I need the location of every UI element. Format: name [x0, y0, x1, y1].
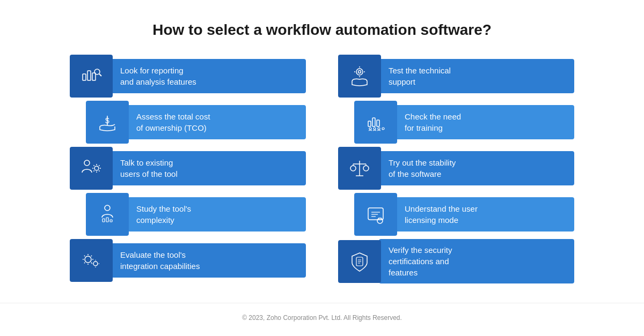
list-item: Check the needfor training	[354, 101, 574, 144]
footer: © 2023, Zoho Corporation Pvt. Ltd. All R…	[0, 303, 644, 330]
training-icon-box	[354, 101, 397, 144]
complexity-icon-box	[86, 193, 129, 236]
svg-line-27	[91, 263, 92, 263]
complexity-label: Study the tool'scomplexity	[136, 203, 191, 226]
users-label-box: Talk to existingusers of the tool	[111, 151, 306, 185]
list-item: Evaluate the tool'sintegration capabilit…	[70, 239, 306, 282]
stability-icon-box	[338, 147, 381, 190]
svg-line-13	[93, 165, 94, 166]
reporting-label: Look for reportingand analysis features	[120, 65, 196, 87]
svg-rect-41	[368, 121, 371, 126]
list-item: Study the tool'scomplexity	[86, 193, 306, 236]
support-label-box: Test the technicalsupport	[379, 59, 574, 93]
page-title: How to select a workflow automation soft…	[152, 21, 492, 39]
security-label-box: Verify the securitycertifications andfea…	[379, 239, 574, 283]
left-column: Look for reportingand analysis features …	[70, 55, 306, 285]
svg-point-35	[356, 69, 363, 75]
cost-icon-box: $	[86, 101, 129, 144]
integration-icon-box	[70, 239, 113, 282]
integration-label-box: Evaluate the tool'sintegration capabilit…	[111, 243, 306, 278]
certificate-icon	[364, 203, 387, 226]
svg-point-3	[94, 69, 100, 74]
training-label-box: Check the needfor training	[395, 105, 574, 139]
svg-line-28	[91, 256, 92, 256]
svg-point-44	[369, 128, 371, 130]
svg-line-16	[93, 170, 94, 171]
security-label: Verify the securitycertifications andfea…	[389, 244, 452, 278]
svg-point-59	[377, 218, 383, 223]
training-icon	[364, 110, 387, 134]
complexity-label-box: Study the tool'scomplexity	[127, 197, 306, 232]
svg-rect-43	[377, 120, 379, 126]
list-item: Verify the securitycertifications andfea…	[338, 239, 574, 283]
svg-line-26	[84, 256, 85, 256]
svg-rect-1	[87, 71, 91, 80]
svg-point-46	[378, 128, 380, 130]
reporting-label-box: Look for reportingand analysis features	[111, 59, 306, 93]
gears-icon	[79, 249, 103, 272]
svg-point-17	[105, 205, 110, 211]
licensing-icon-box	[354, 193, 397, 236]
svg-point-7	[84, 160, 90, 166]
svg-line-29	[84, 263, 85, 263]
stability-label: Try out the stabilityof the software	[389, 157, 456, 180]
support-label: Test the technicalsupport	[389, 65, 451, 87]
cost-label: Assess the total costof ownership (TCO)	[136, 111, 210, 133]
integration-label: Evaluate the tool'sintegration capabilit…	[120, 249, 200, 272]
list-item: Look for reportingand analysis features	[70, 55, 306, 98]
svg-line-14	[99, 170, 99, 171]
licensing-label-box: Understand the userlicensing mode	[395, 197, 574, 232]
right-column: Test the technicalsupport	[338, 55, 574, 287]
footer-text: © 2023, Zoho Corporation Pvt. Ltd. All R…	[242, 314, 402, 322]
svg-rect-20	[110, 220, 112, 222]
hand-gear-icon	[348, 64, 371, 88]
chart-icon	[79, 64, 103, 88]
svg-point-21	[85, 256, 91, 263]
svg-rect-42	[372, 118, 375, 126]
content-area: Look for reportingand analysis features …	[0, 55, 644, 287]
svg-rect-0	[83, 74, 86, 80]
users-icon-box	[70, 147, 113, 190]
svg-point-51	[363, 166, 369, 171]
balance-icon	[348, 156, 371, 180]
svg-point-30	[93, 262, 98, 266]
svg-point-47	[382, 128, 384, 130]
cost-label-box: Assess the total costof ownership (TCO)	[127, 105, 306, 139]
svg-rect-19	[106, 218, 108, 222]
svg-point-8	[94, 166, 99, 170]
list-item: $ Assess the total costof ownership (TCO…	[86, 101, 306, 144]
svg-line-15	[99, 165, 99, 166]
svg-rect-18	[103, 219, 105, 222]
shield-icon	[348, 250, 371, 273]
list-item: Test the technicalsupport	[338, 55, 574, 98]
list-item: Talk to existingusers of the tool	[70, 147, 306, 190]
licensing-label: Understand the userlicensing mode	[405, 203, 478, 226]
money-icon: $	[96, 110, 119, 134]
list-item: Understand the userlicensing mode	[354, 193, 574, 236]
svg-point-45	[374, 128, 376, 130]
list-item: Try out the stabilityof the software	[338, 147, 574, 190]
people-gear-icon	[79, 156, 103, 180]
svg-point-36	[358, 71, 361, 73]
stability-label-box: Try out the stabilityof the software	[379, 151, 574, 185]
security-icon-box	[338, 240, 381, 283]
people-chart-icon	[96, 203, 119, 226]
svg-line-4	[99, 74, 101, 76]
support-icon-box	[338, 55, 381, 98]
reporting-icon-box	[70, 55, 113, 98]
users-label: Talk to existingusers of the tool	[120, 157, 178, 180]
svg-point-50	[350, 166, 356, 171]
training-label: Check the needfor training	[405, 111, 461, 133]
